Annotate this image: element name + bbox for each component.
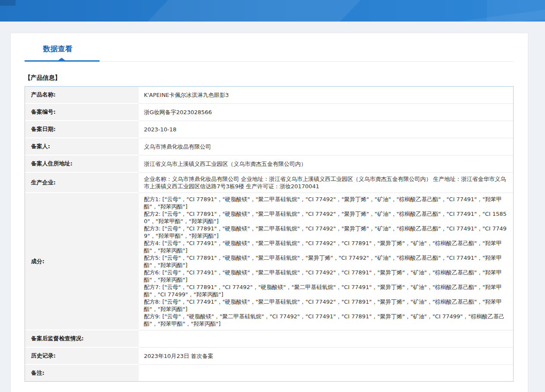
table-row: 成分:配方1: ["云母"，"CI 77891"，"硬脂酸镁"，"聚二甲基硅氧烷… [25, 193, 513, 330]
row-value: 2023-10-18 [139, 121, 513, 138]
product-info-heading: 【产品信息】 [25, 74, 514, 82]
row-label: 生产企业: [25, 173, 139, 193]
ingredient-line: 配方8: ["云母"，"CI 77491"，"硬脂酸镁"，"聚二甲基硅氧烷"，"… [144, 298, 508, 313]
row-label: 备案日期: [25, 121, 139, 138]
row-value: 浙江省义乌市上溪镇义西工业园区（义乌市龚杰五金有限公司内） [139, 156, 513, 173]
banner-decorative-shape [146, 0, 362, 22]
table-row: 生产企业:企业名称：义乌市博鼎化妆品有限公司 企业地址：浙江省义乌市上溪镇义西工… [25, 173, 513, 193]
row-label: 产品名称: [25, 87, 139, 104]
table-row: 备案人:义乌市博鼎化妆品有限公司 [25, 138, 513, 156]
row-label: 备案后监督检查情况: [25, 330, 139, 348]
table-row: 备案编号:浙G妆网备字2023028566 [25, 104, 513, 121]
table-row: 备注: [25, 365, 513, 381]
row-value: K'APEINE卡佩尔冰淇淋九色眼影3 [139, 87, 513, 104]
row-label: 成分: [25, 193, 139, 330]
ingredient-line: 配方3: ["云母"，"CI 77891"，"硬脂酸镁"，"聚二甲基硅氧烷"，"… [144, 225, 508, 240]
content-card: 数据查看 【产品信息】 产品名称:K'APEINE卡佩尔冰淇淋九色眼影3备案编号… [11, 33, 528, 392]
ingredient-line: 配方2: ["云母"，"CI 77891"，"硬脂酸镁"，"聚二甲基硅氧烷"，"… [144, 210, 508, 225]
row-value: 企业名称：义乌市博鼎化妆品有限公司 企业地址：浙江省义乌市上溪镇义西工业园区（义… [139, 173, 513, 193]
product-info-table-body: 产品名称:K'APEINE卡佩尔冰淇淋九色眼影3备案编号:浙G妆网备字20230… [25, 87, 513, 381]
tab-active-underline [25, 60, 100, 62]
table-row: 产品名称:K'APEINE卡佩尔冰淇淋九色眼影3 [25, 87, 513, 104]
banner-corner-shape [0, 0, 16, 6]
table-row: 备案日期:2023-10-18 [25, 121, 513, 138]
row-value: 2023年10月23日 首次备案 [139, 348, 513, 365]
tab-arrow-icon [58, 58, 65, 60]
row-value: 义乌市博鼎化妆品有限公司 [139, 138, 513, 156]
ingredient-line: 配方7: ["云母"，"CI 77891"，"CI 77492"，"硬脂酸镁"，… [144, 283, 508, 298]
ingredient-line: 配方5: ["云母"，"CI 77891"，"硬脂酸镁"，"聚二甲基硅氧烷"，"… [144, 254, 508, 269]
table-row: 备案后监督检查情况: [25, 330, 513, 348]
top-banner [0, 0, 545, 22]
ingredient-line: 配方4: ["云母"，"CI 77491"，"硬脂酸镁"，"聚二甲基硅氧烷"，"… [144, 240, 508, 254]
product-info-table: 产品名称:K'APEINE卡佩尔冰淇淋九色眼影3备案编号:浙G妆网备字20230… [25, 86, 514, 382]
ingredient-line: 配方9: ["云母"，"硬脂酸镁"，"聚二甲基硅氧烷"，"CI 77492"，"… [144, 313, 508, 327]
row-value [139, 365, 513, 381]
row-label: 备案人住所地址: [25, 156, 139, 173]
row-label: 备案人: [25, 138, 139, 156]
row-value: 配方1: ["云母"，"CI 77891"，"硬脂酸镁"，"聚二甲基硅氧烷"，"… [139, 193, 513, 330]
table-row: 备案人住所地址:浙江省义乌市上溪镇义西工业园区（义乌市龚杰五金有限公司内） [25, 156, 513, 173]
ingredient-line: 配方6: ["云母"，"CI 77491"，"硬脂酸镁"，"聚二甲基硅氧烷"，"… [144, 269, 508, 283]
row-label: 备注: [25, 365, 139, 381]
row-label: 备案编号: [25, 104, 139, 121]
tab-underline [25, 60, 514, 62]
tab-data-view[interactable]: 数据查看 [43, 44, 72, 53]
table-row: 历史记录:2023年10月23日 首次备案 [25, 348, 513, 365]
row-value: 浙G妆网备字2023028566 [139, 104, 513, 121]
banner-decorative-shape [487, 0, 545, 22]
row-value [139, 330, 513, 348]
ingredient-line: 配方1: ["云母"，"CI 77891"，"硬脂酸镁"，"聚二甲基硅氧烷"，"… [144, 196, 508, 210]
row-label: 历史记录: [25, 348, 139, 365]
